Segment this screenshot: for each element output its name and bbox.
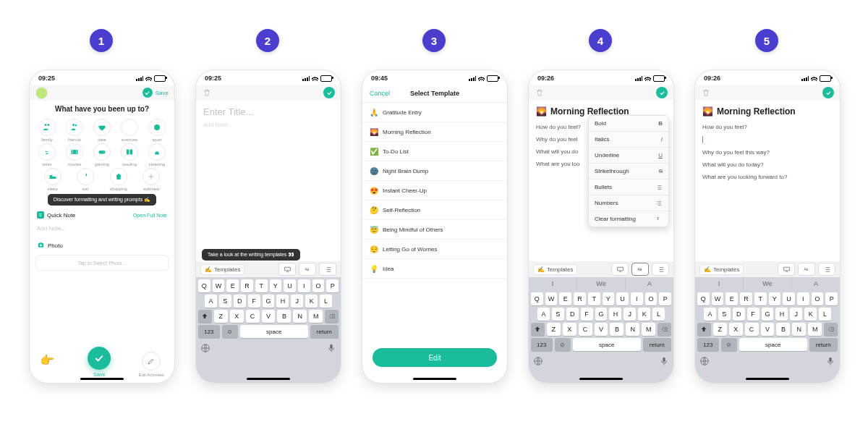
key-W[interactable]: W — [213, 279, 225, 292]
add-note-input[interactable]: Add Note... — [30, 221, 174, 234]
prompt-text[interactable]: How do you feel? — [702, 121, 833, 133]
key-L[interactable]: L — [320, 295, 332, 308]
activity-family[interactable]: family — [34, 119, 60, 142]
save-main-button[interactable]: Save — [88, 347, 111, 377]
key-W[interactable]: W — [545, 292, 558, 305]
list-format-button[interactable] — [319, 263, 336, 276]
templates-button[interactable]: ✍️ Templates — [699, 264, 744, 275]
key-C[interactable]: C — [246, 310, 260, 323]
template-row[interactable]: 😍Instant Cheer-Up — [362, 181, 507, 200]
list-format-button[interactable] — [652, 263, 669, 276]
key-I[interactable]: I — [298, 279, 310, 292]
key-V[interactable]: V — [595, 323, 608, 336]
key-L[interactable]: L — [652, 308, 665, 321]
edit-activities-button[interactable]: Edit Activities — [139, 352, 164, 377]
format-underline[interactable]: UnderlineU — [589, 148, 668, 164]
space-key[interactable]: space — [240, 325, 308, 338]
key-H[interactable]: H — [276, 295, 289, 308]
key-B[interactable]: B — [610, 323, 624, 336]
key-A[interactable]: A — [205, 295, 217, 308]
edit-templates-button[interactable]: Edit — [373, 348, 497, 367]
trash-icon[interactable] — [535, 88, 545, 98]
key-D[interactable]: D — [566, 308, 579, 321]
prediction[interactable]: A — [792, 277, 840, 290]
trash-icon[interactable] — [202, 88, 212, 98]
key-G[interactable]: G — [263, 295, 275, 308]
key-S[interactable]: S — [552, 308, 564, 321]
cancel-button[interactable]: Cancel — [370, 90, 390, 97]
numeric-key[interactable]: 123 — [531, 338, 553, 351]
activity-shopping[interactable]: shopping — [106, 168, 132, 191]
key-H[interactable]: H — [609, 308, 621, 321]
key-N[interactable]: N — [293, 310, 307, 323]
key-J[interactable]: J — [624, 308, 636, 321]
key-P[interactable]: P — [825, 292, 838, 305]
key-F[interactable]: F — [248, 295, 260, 308]
key-X[interactable]: X — [729, 323, 743, 336]
confirm-button[interactable] — [656, 87, 668, 98]
mic-icon[interactable] — [659, 356, 669, 366]
format-numbers[interactable]: Numbers12 — [589, 195, 668, 211]
home-indicator[interactable] — [80, 378, 124, 380]
photo-picker[interactable]: Tap to Select Photo... — [35, 255, 169, 271]
key-J[interactable]: J — [790, 308, 802, 321]
prediction[interactable]: I — [529, 277, 577, 290]
keyboard-predictions[interactable]: IWeA — [529, 277, 673, 290]
emoji-key[interactable]: ☺ — [555, 338, 571, 351]
key-M[interactable]: M — [642, 323, 655, 336]
mood-avatar[interactable] — [35, 87, 48, 99]
key-H[interactable]: H — [775, 308, 788, 321]
activity-movies[interactable]: movies — [61, 143, 88, 166]
prediction[interactable]: A — [626, 277, 673, 290]
key-B[interactable]: B — [776, 323, 790, 336]
key-I[interactable]: I — [797, 292, 809, 305]
key-T[interactable]: T — [255, 279, 268, 292]
key-L[interactable]: L — [819, 308, 831, 321]
home-indicator[interactable] — [746, 378, 789, 380]
key-E[interactable]: E — [226, 279, 239, 292]
key-X[interactable]: X — [563, 323, 576, 336]
key-R[interactable]: R — [740, 292, 752, 305]
key-X[interactable]: X — [230, 310, 244, 323]
activity-reading[interactable]: reading — [116, 143, 142, 166]
key-A[interactable]: A — [537, 308, 550, 321]
format-bold[interactable]: BoldB — [589, 116, 668, 132]
note-body-input[interactable]: Add Note... — [203, 122, 333, 128]
activity-exercise[interactable]: exercise — [116, 119, 142, 142]
list-format-button[interactable] — [818, 263, 835, 276]
trash-icon[interactable] — [701, 88, 711, 98]
home-indicator[interactable] — [247, 378, 290, 380]
mic-icon[interactable] — [825, 356, 835, 366]
shift-key[interactable] — [531, 323, 545, 336]
format-bullets[interactable]: Bullets — [589, 179, 668, 195]
prediction[interactable]: We — [577, 277, 626, 290]
key-S[interactable]: S — [219, 295, 231, 308]
key-B[interactable]: B — [277, 310, 291, 323]
backspace-key[interactable] — [824, 323, 838, 336]
return-key[interactable]: return — [310, 325, 339, 338]
prompt-text[interactable]: Why do you feel this way? — [702, 146, 833, 158]
mic-icon[interactable] — [326, 343, 336, 353]
key-U[interactable]: U — [783, 292, 795, 305]
home-indicator[interactable] — [413, 378, 456, 380]
backspace-key[interactable] — [658, 323, 671, 336]
key-Q[interactable]: Q — [531, 292, 543, 305]
keyboard[interactable]: QWERTYUIOPASDFGHJKLZXCVBNM123☺spaceretur… — [196, 277, 341, 383]
key-J[interactable]: J — [291, 295, 303, 308]
template-row[interactable]: 🌚Night Brain Dump — [362, 161, 507, 181]
activity-cleaning[interactable]: cleaning — [144, 143, 170, 166]
text-format-button[interactable]: Aa — [299, 263, 316, 276]
shift-key[interactable] — [697, 323, 711, 336]
template-row[interactable]: ✅To-Do List — [362, 142, 507, 161]
return-key[interactable]: return — [809, 338, 838, 351]
template-row[interactable]: 🌄Morning Reflection — [362, 122, 507, 142]
key-N[interactable]: N — [626, 323, 639, 336]
key-C[interactable]: C — [745, 323, 759, 336]
key-O[interactable]: O — [312, 279, 325, 292]
globe-icon[interactable] — [200, 343, 210, 353]
key-K[interactable]: K — [638, 308, 650, 321]
key-M[interactable]: M — [808, 323, 822, 336]
home-indicator[interactable] — [579, 378, 623, 380]
key-S[interactable]: S — [718, 308, 731, 321]
key-T[interactable]: T — [588, 292, 600, 305]
